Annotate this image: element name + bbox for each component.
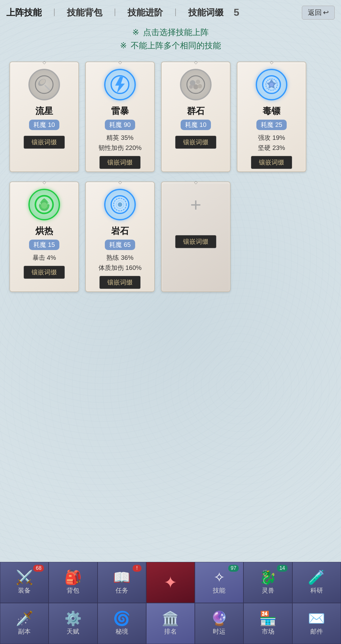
nav-item-bag[interactable]: 🎒 背包: [49, 562, 97, 603]
svg-point-9: [196, 80, 200, 84]
skill-name-heat: 烘热: [35, 225, 53, 237]
header: 上阵技能 ｜ 技能背包 ｜ 技能进阶 ｜ 技能词缀 5 返回 ↩: [0, 0, 341, 23]
beast-label: 灵兽: [262, 586, 274, 595]
embed-btn-stones[interactable]: 镶嵌词缀: [175, 136, 216, 149]
equipment-label: 装备: [18, 586, 31, 595]
skill-icon-wrap-rock: [103, 187, 137, 222]
tip-icon-2: ※: [120, 41, 127, 50]
skill-card-thunder[interactable]: 雷暴 耗魔 90 精英 35%韧性加伤 220% 镶嵌词缀: [85, 62, 155, 172]
skill-icon-wrap-meteor: [27, 67, 62, 102]
add-skill-icon: +: [190, 194, 201, 216]
embed-btn-poison[interactable]: 镶嵌词缀: [251, 156, 292, 169]
embed-btn-meteor[interactable]: 镶嵌词缀: [24, 136, 65, 149]
mail-icon: ✉️: [308, 611, 325, 625]
thunder-icon: [109, 74, 131, 96]
nav-item-talent[interactable]: ⚙️ 天赋: [49, 603, 97, 644]
bottom-nav: ⚔️ 装备 68 🎒 背包 📖 任务 ! ✦ ✧ 技能 97 🐉 灵兽 14 🧪: [0, 562, 341, 644]
market-label: 市场: [262, 627, 274, 636]
rock-icon: [109, 194, 131, 216]
beast-badge: 14: [277, 565, 288, 572]
tab-skill-bag[interactable]: 技能背包: [67, 7, 102, 19]
empty-slot-icon-wrap: +: [178, 187, 213, 222]
skill-mana-poison: 耗魔 25: [256, 120, 287, 130]
skill-stats-heat: 暴击 4%: [33, 253, 56, 263]
tip-line-2: ※ 不能上阵多个相同的技能: [6, 39, 335, 52]
skill-icon-circle-meteor: [28, 69, 60, 100]
dungeon-icon: 🗡️: [16, 611, 33, 625]
svg-point-22: [118, 202, 122, 207]
separator-2: ｜: [111, 7, 119, 19]
embed-btn-empty[interactable]: 镶嵌词缀: [175, 235, 216, 248]
tip-text-2: 不能上阵多个相同的技能: [131, 41, 221, 50]
center-icon: ✦: [164, 574, 177, 591]
nav-item-secret[interactable]: 🌀 秘境: [98, 603, 146, 644]
nav-item-rank[interactable]: 🏛️ 排名: [146, 603, 195, 644]
skills-nav-icon: ✧: [213, 570, 225, 584]
tab-skill-advance[interactable]: 技能进阶: [128, 7, 163, 19]
separator-3: ｜: [172, 7, 179, 19]
skills-row-1: 流星 耗魔 10 镶嵌词缀 雷暴 耗魔 90 精英 35%韧性加伤 220% 镶…: [9, 62, 332, 172]
back-button[interactable]: 返回 ↩: [302, 6, 335, 20]
rank-label: 排名: [164, 627, 177, 636]
nav-item-quest[interactable]: 📖 任务 !: [98, 562, 146, 603]
talent-label: 天赋: [67, 627, 79, 636]
skill-mana-meteor: 耗魔 10: [29, 120, 59, 130]
skill-card-meteor[interactable]: 流星 耗魔 10 镶嵌词缀: [9, 62, 79, 172]
bottom-nav-row-2: 🗡️ 副本 ⚙️ 天赋 🌀 秘境 🏛️ 排名 🔮 时运 🏪 市场 ✉️ 邮件: [0, 603, 341, 644]
stones-icon: [185, 74, 207, 96]
embed-btn-rock[interactable]: 镶嵌词缀: [99, 276, 141, 289]
mail-label: 邮件: [310, 627, 323, 636]
tab-skill-gems[interactable]: 技能词缀: [188, 7, 224, 19]
nav-item-research[interactable]: 🧪 科研: [292, 562, 341, 603]
svg-point-17: [41, 202, 47, 209]
svg-point-0: [35, 76, 53, 93]
skill-icon-circle-stones: [180, 69, 212, 100]
skill-stats-poison: 强攻 19%坚硬 23%: [258, 133, 285, 153]
bag-label: 背包: [67, 586, 79, 595]
skill-mana-thunder: 耗魔 90: [105, 120, 135, 130]
talent-icon: ⚙️: [64, 611, 82, 625]
poison-icon: [260, 74, 283, 96]
quest-label: 任务: [116, 586, 128, 595]
back-icon: ↩: [323, 9, 329, 17]
skill-icon-wrap-poison: [254, 67, 289, 102]
meteor-icon: [33, 74, 55, 96]
tip-text-1: 点击选择技能上阵: [143, 27, 209, 37]
nav-tabs: 上阵技能 ｜ 技能背包 ｜ 技能进阶 ｜ 技能词缀 5: [6, 7, 302, 19]
skill-card-poison[interactable]: 毒镖 耗魔 25 强攻 19%坚硬 23% 镶嵌词缀: [237, 62, 306, 172]
nav-item-dungeon[interactable]: 🗡️ 副本: [0, 603, 49, 644]
tab-active-skills[interactable]: 上阵技能: [6, 7, 42, 19]
skill-icon-wrap-stones: [178, 67, 213, 102]
heat-icon: [33, 194, 55, 216]
skill-icon-circle-heat: [28, 189, 60, 220]
secret-label: 秘境: [116, 627, 128, 636]
nav-item-fortune[interactable]: 🔮 时运: [195, 603, 243, 644]
skill-card-heat[interactable]: 烘热 耗魔 15 暴击 4% 镶嵌词缀: [9, 182, 79, 292]
embed-btn-thunder[interactable]: 镶嵌词缀: [99, 156, 141, 169]
skill-icon-circle-poison: [256, 69, 287, 100]
skill-icon-wrap-heat: [27, 187, 62, 222]
svg-line-2: [45, 86, 50, 90]
equipment-icon: ⚔️: [16, 570, 33, 584]
nav-item-equipment[interactable]: ⚔️ 装备 68: [0, 562, 49, 603]
skill-card-stones[interactable]: 群石 耗魔 10 镶嵌词缀: [161, 62, 230, 172]
nav-item-market[interactable]: 🏪 市场: [243, 603, 292, 644]
fortune-label: 时运: [213, 627, 225, 636]
skill-icon-circle-thunder: [104, 69, 136, 100]
nav-item-mail[interactable]: ✉️ 邮件: [292, 603, 341, 644]
separator-1: ｜: [51, 7, 58, 19]
bag-icon: 🎒: [64, 570, 82, 584]
market-icon: 🏪: [259, 611, 277, 625]
skill-card-empty[interactable]: + 镶嵌词缀: [161, 182, 230, 292]
equipment-badge: 68: [33, 565, 44, 572]
tips-area: ※ 点击选择技能上阵 ※ 不能上阵多个相同的技能: [0, 23, 341, 58]
nav-item-center[interactable]: ✦: [146, 562, 195, 603]
skill-icon-circle-rock: [104, 189, 136, 220]
skill-mana-stones: 耗魔 10: [181, 120, 211, 130]
skill-mana-heat: 耗魔 15: [29, 240, 59, 250]
skill-card-rock[interactable]: 岩石 耗魔 65 熟练 36%体质加伤 160% 镶嵌词缀: [85, 182, 155, 292]
svg-point-11: [189, 85, 193, 89]
nav-item-beast[interactable]: 🐉 灵兽 14: [243, 562, 292, 603]
embed-btn-heat[interactable]: 镶嵌词缀: [24, 266, 65, 279]
nav-item-skills[interactable]: ✧ 技能 97: [195, 562, 243, 603]
